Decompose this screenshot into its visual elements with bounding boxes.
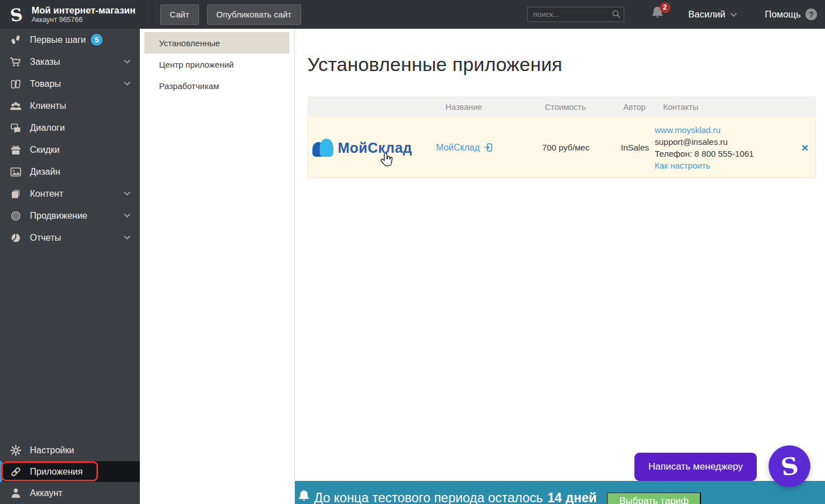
- image-icon: [9, 167, 23, 177]
- search-input[interactable]: [527, 7, 624, 22]
- notifications-bell[interactable]: 2: [650, 5, 667, 24]
- sidebar-item-clients[interactable]: Клиенты: [0, 95, 140, 117]
- sidebar-item-label: Диалоги: [30, 123, 65, 133]
- question-mark-icon: ?: [805, 8, 817, 20]
- topbar: S Мой интернет-магазин Аккаунт 965766 Са…: [0, 0, 825, 29]
- sidebar-item-dialogs[interactable]: Диалоги: [0, 117, 140, 139]
- footsteps-icon: [9, 34, 23, 46]
- active-indicator: [0, 461, 2, 482]
- chevron-down-icon: [123, 213, 131, 218]
- sidebar-item-label: Дизайн: [30, 167, 60, 177]
- notification-count-badge: 2: [660, 2, 670, 13]
- sidebar-item-first-steps[interactable]: Первые шаги 5: [0, 29, 140, 51]
- moysklad-logo[interactable]: МойСклад: [312, 139, 412, 157]
- trial-text: До конца тестового периода осталось: [314, 490, 543, 504]
- sidebar-item-discounts[interactable]: Скидки: [0, 139, 140, 161]
- sidebar-bottom-group: Настройки Приложения Аккаунт: [0, 439, 140, 504]
- sidebar-item-orders[interactable]: Заказы: [0, 51, 140, 73]
- remove-app-button[interactable]: ×: [801, 141, 808, 154]
- sidebar-item-promotion[interactable]: Продвижение: [0, 205, 140, 227]
- trial-countdown-text: До конца тестового периода осталось14 дн…: [314, 490, 597, 504]
- contact-phone: Телефон: 8 800 555-1061: [655, 148, 795, 160]
- sidebar-item-label: Приложения: [30, 467, 83, 477]
- sidebar-item-products[interactable]: Товары: [0, 73, 140, 95]
- help-menu[interactable]: Помощь ?: [765, 8, 817, 20]
- table-header-row: Название Стоимость Автор Контакты: [307, 96, 816, 117]
- sidebar-item-account[interactable]: Аккаунт: [0, 482, 140, 504]
- main-content: Установленные приложения Название Стоимо…: [295, 29, 825, 504]
- sidebar-item-label: Отчеты: [30, 233, 61, 243]
- chat-widget-button[interactable]: S: [769, 445, 810, 487]
- insales-logo-icon: S: [779, 452, 800, 481]
- chevron-down-icon: [123, 81, 131, 86]
- chevron-down-icon: [730, 12, 738, 17]
- chat-icon: [9, 123, 23, 133]
- sidebar-item-label: Скидки: [30, 145, 60, 155]
- sidebar-item-label: Клиенты: [30, 101, 66, 111]
- user-name: Василий: [689, 9, 726, 20]
- publish-site-button[interactable]: Опубликовать сайт: [207, 5, 301, 25]
- submenu-item-developers[interactable]: Разработчикам: [144, 75, 289, 96]
- sidebar-item-label: Контент: [30, 189, 63, 199]
- contact-email: support@insales.ru: [655, 136, 795, 148]
- sidebar-item-settings[interactable]: Настройки: [0, 439, 140, 461]
- site-button[interactable]: Сайт: [160, 5, 199, 25]
- column-header-name: Название: [412, 103, 516, 112]
- link-icon: [9, 466, 23, 478]
- bell-icon: [297, 489, 311, 503]
- sidebar-item-design[interactable]: Дизайн: [0, 161, 140, 183]
- sidebar-item-label: Товары: [30, 79, 61, 89]
- trial-days-remaining: 14 дней: [548, 490, 597, 504]
- search-icon[interactable]: [612, 10, 621, 19]
- chevron-down-icon: [123, 191, 131, 196]
- write-manager-button[interactable]: Написать менеджеру: [634, 453, 757, 481]
- apps-submenu: Установленные Центр приложений Разработч…: [140, 29, 295, 504]
- cursor-hand-icon: [379, 152, 394, 169]
- column-header-price: Стоимость: [516, 103, 615, 112]
- external-link-icon: [483, 143, 493, 152]
- target-icon: [9, 210, 23, 222]
- account-number: Аккаунт 965766: [32, 16, 135, 24]
- table-row: МойСклад МойСклад 700 руб/мес InSales w: [307, 117, 816, 178]
- chevron-down-icon: [123, 59, 131, 64]
- app-price: 700 руб/мес: [542, 143, 590, 152]
- person-icon: [9, 488, 23, 498]
- brand[interactable]: S Мой интернет-магазин Аккаунт 965766: [0, 0, 152, 29]
- moysklad-logo-text: МойСклад: [338, 140, 412, 157]
- gift-icon: [9, 144, 23, 156]
- sidebar-item-label: Заказы: [30, 57, 60, 67]
- sidebar-item-reports[interactable]: Отчеты: [0, 227, 140, 249]
- help-label: Помощь: [765, 9, 801, 20]
- choose-tariff-button[interactable]: Выбрать тариф: [607, 492, 701, 504]
- trial-banner: До конца тестового периода осталось14 дн…: [295, 481, 825, 504]
- cart-icon: [9, 56, 23, 68]
- installed-apps-table: Название Стоимость Автор Контакты МойСкл…: [307, 96, 816, 178]
- column-header-contacts: Контакты: [654, 103, 794, 112]
- page-title: Установленные приложения: [307, 54, 562, 76]
- sidebar-item-apps[interactable]: Приложения: [0, 461, 140, 482]
- configure-link[interactable]: Как настроить: [655, 160, 795, 171]
- app-name-link[interactable]: МойСклад: [436, 143, 493, 153]
- app-name-text: МойСклад: [436, 143, 480, 153]
- store-title: Мой интернет-магазин: [32, 5, 135, 16]
- pages-icon: [9, 188, 23, 200]
- pie-chart-icon: [9, 232, 23, 244]
- sidebar: Первые шаги 5 Заказы Товары Клиенты: [0, 29, 140, 504]
- submenu-item-app-center[interactable]: Центр приложений: [144, 54, 289, 75]
- app-author: InSales: [621, 143, 649, 152]
- gear-icon: [9, 445, 23, 456]
- insales-logo-icon: S: [5, 2, 29, 26]
- column-header-author: Автор: [615, 103, 654, 112]
- app-contacts: www.moysklad.ru support@insales.ru Телеф…: [655, 118, 795, 177]
- sidebar-item-content[interactable]: Контент: [0, 183, 140, 205]
- user-menu[interactable]: Василий: [689, 9, 738, 20]
- sidebar-item-label: Аккаунт: [30, 488, 63, 498]
- books-icon: [9, 78, 23, 90]
- submenu-item-installed[interactable]: Установленные: [144, 32, 289, 54]
- app-window: S Мой интернет-магазин Аккаунт 965766 Са…: [0, 0, 825, 504]
- moysklad-logo-shape-light: [320, 139, 333, 157]
- chevron-down-icon: [123, 235, 131, 240]
- contact-site-link[interactable]: www.moysklad.ru: [655, 124, 795, 136]
- search-box: [527, 7, 624, 22]
- first-steps-count-badge: 5: [91, 34, 103, 46]
